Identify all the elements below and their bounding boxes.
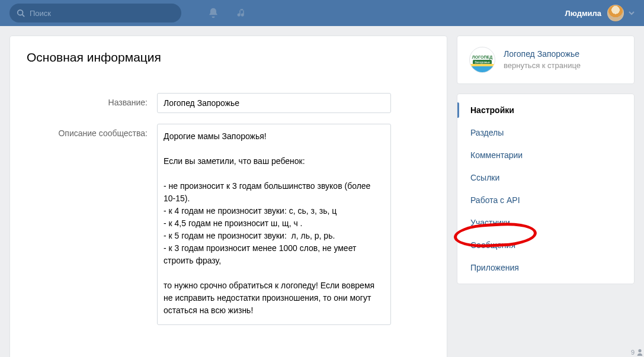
topbar: Людмила	[0, 0, 644, 26]
person-icon	[637, 349, 643, 356]
chevron-down-icon	[629, 10, 635, 16]
main-card: Основная информация Название: Описание с…	[9, 36, 447, 357]
back-link[interactable]: вернуться к странице	[504, 60, 581, 71]
sidebar: ЛОГОПЕД Запорожье Логопед Запорожье верн…	[457, 36, 635, 284]
description-textarea[interactable]	[157, 124, 391, 325]
group-name: Логопед Запорожье	[504, 49, 581, 60]
menu-item-links[interactable]: Ссылки	[457, 166, 634, 189]
name-input[interactable]	[157, 93, 391, 113]
avatar	[607, 5, 624, 21]
name-label: Название:	[27, 93, 157, 113]
search-input[interactable]	[30, 9, 174, 18]
search-icon	[17, 9, 25, 17]
menu-item-comments[interactable]: Комментарии	[457, 144, 634, 166]
form-row-description: Описание сообщества:	[27, 124, 430, 327]
form-row-name: Название:	[27, 93, 430, 113]
svg-line-1	[23, 15, 25, 17]
search-box[interactable]	[9, 4, 181, 22]
svg-point-0	[18, 10, 23, 15]
username: Людмила	[565, 9, 601, 18]
menu-item-api[interactable]: Работа с API	[457, 189, 634, 211]
group-logo: ЛОГОПЕД Запорожье	[469, 47, 495, 73]
settings-menu: Настройки Разделы Комментарии Ссылки Раб…	[457, 94, 635, 284]
menu-item-messages[interactable]: Сообщения	[457, 234, 634, 256]
menu-item-settings[interactable]: Настройки	[457, 99, 634, 121]
svg-point-2	[638, 349, 641, 352]
menu-item-members[interactable]: Участники	[457, 211, 634, 234]
description-label: Описание сообщества:	[27, 124, 157, 327]
footer-widget[interactable]: 9	[631, 349, 643, 356]
user-menu[interactable]: Людмила	[565, 0, 635, 26]
menu-item-apps[interactable]: Приложения	[457, 256, 634, 279]
music-icon[interactable]	[228, 8, 256, 18]
notifications-icon[interactable]	[199, 7, 228, 19]
group-header-card[interactable]: ЛОГОПЕД Запорожье Логопед Запорожье верн…	[457, 36, 635, 84]
menu-item-sections[interactable]: Разделы	[457, 121, 634, 144]
page: Основная информация Название: Описание с…	[0, 26, 644, 357]
page-title: Основная информация	[27, 50, 430, 65]
